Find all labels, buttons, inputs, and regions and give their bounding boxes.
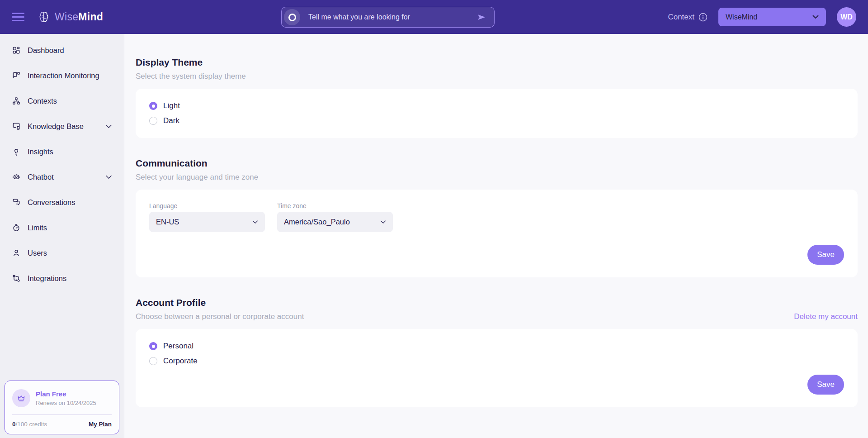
main-content: Preferences Display Theme Select the sys…: [124, 0, 868, 438]
assistant-search-bar[interactable]: [281, 7, 495, 28]
timezone-value: America/Sao_Paulo: [284, 218, 350, 226]
plan-card: Plan Free Renews on 10/24/2025 0/100 cre…: [5, 381, 119, 434]
sidebar-item-chatbot[interactable]: Chatbot: [0, 164, 124, 190]
section-display-theme: Display Theme Select the system display …: [136, 57, 858, 138]
chevron-down-icon: [252, 220, 258, 224]
save-communication-button[interactable]: Save: [807, 245, 844, 265]
communication-card: Language EN-US Time zone America/Sao_Pau…: [136, 190, 858, 277]
integrations-icon: [12, 274, 21, 283]
sidebar-item-label: Limits: [28, 224, 47, 232]
sidebar: Dashboard Interaction Monitoring Context…: [0, 34, 124, 438]
divider: [12, 414, 112, 415]
limits-icon: [12, 223, 21, 232]
sidebar-item-label: Dashboard: [28, 46, 64, 55]
sidebar-item-dashboard[interactable]: Dashboard: [0, 38, 124, 63]
timezone-field: Time zone America/Sao_Paulo: [277, 202, 393, 232]
radio-label: Light: [163, 101, 180, 110]
language-label: Language: [149, 202, 265, 209]
crown-icon: [12, 389, 30, 407]
timezone-select[interactable]: America/Sao_Paulo: [277, 212, 393, 232]
radio-label: Personal: [163, 342, 193, 351]
logo-text-wise: Wise: [55, 11, 78, 23]
radio-label: Corporate: [163, 357, 198, 366]
section-subtitle: Select the system display theme: [136, 72, 858, 81]
radio-selected-icon[interactable]: [149, 342, 157, 350]
sidebar-item-interaction-monitoring[interactable]: Interaction Monitoring: [0, 63, 124, 88]
chevron-down-icon: [380, 220, 386, 224]
radio-unselected-icon[interactable]: [149, 117, 157, 125]
radio-light[interactable]: Light: [149, 101, 844, 110]
sidebar-item-knowledge-base[interactable]: Knowledge Base: [0, 114, 124, 139]
my-plan-link[interactable]: My Plan: [89, 421, 112, 428]
plan-title: Plan Free: [36, 390, 96, 398]
brain-logo-icon: [37, 10, 51, 24]
delete-account-link[interactable]: Delete my account: [794, 312, 858, 321]
sidebar-item-conversations[interactable]: Conversations: [0, 190, 124, 215]
sidebar-item-label: Conversations: [28, 198, 75, 207]
assistant-orb-icon: [284, 9, 300, 25]
sidebar-item-label: Knowledge Base: [28, 122, 84, 131]
context-dropdown[interactable]: WiseMind: [718, 8, 826, 26]
user-avatar[interactable]: WD: [837, 7, 856, 27]
insights-icon: [12, 147, 21, 156]
display-theme-card: Light Dark: [136, 89, 858, 138]
section-communication: Communication Select your language and t…: [136, 158, 858, 277]
sidebar-item-insights[interactable]: Insights: [0, 139, 124, 164]
sidebar-item-label: Users: [28, 249, 47, 257]
interaction-monitoring-icon: [12, 71, 21, 80]
save-account-profile-button[interactable]: Save: [807, 375, 844, 395]
contexts-icon: [12, 96, 21, 105]
section-title: Account Profile: [136, 297, 858, 308]
send-button[interactable]: [476, 12, 487, 22]
dashboard-icon: [12, 46, 21, 55]
radio-unselected-icon[interactable]: [149, 357, 157, 365]
sidebar-item-integrations[interactable]: Integrations: [0, 266, 124, 291]
section-title: Display Theme: [136, 57, 858, 68]
top-bar: WiseMind Context WiseMind WD: [0, 0, 868, 34]
chevron-down-icon: [105, 124, 112, 129]
section-subtitle: Select your language and time zone: [136, 173, 858, 182]
sidebar-item-label: Interaction Monitoring: [28, 71, 99, 80]
info-icon[interactable]: [698, 13, 708, 22]
timezone-label: Time zone: [277, 202, 393, 209]
sidebar-item-label: Chatbot: [28, 173, 54, 181]
plan-credits: 0/100 credits: [12, 421, 47, 428]
users-icon: [12, 248, 21, 257]
section-subtitle: Choose between a personal or corporate a…: [136, 312, 304, 321]
section-title: Communication: [136, 158, 858, 169]
logo-text-mind: Mind: [78, 11, 103, 23]
radio-corporate[interactable]: Corporate: [149, 357, 844, 366]
knowledge-base-icon: [12, 122, 21, 131]
language-field: Language EN-US: [149, 202, 265, 232]
radio-dark[interactable]: Dark: [149, 116, 844, 125]
conversations-icon: [12, 198, 21, 207]
credits-used: 0: [12, 421, 16, 428]
context-dropdown-value: WiseMind: [726, 13, 757, 21]
sidebar-item-label: Contexts: [28, 97, 57, 105]
chatbot-icon: [12, 172, 21, 181]
send-icon: [476, 12, 487, 22]
context-label: Context: [668, 13, 708, 22]
sidebar-item-limits[interactable]: Limits: [0, 215, 124, 240]
sidebar-item-contexts[interactable]: Contexts: [0, 88, 124, 114]
radio-selected-icon[interactable]: [149, 102, 157, 110]
section-account-profile: Account Profile Choose between a persona…: [136, 297, 858, 407]
search-input[interactable]: [307, 13, 469, 22]
chevron-down-icon: [812, 15, 819, 19]
language-select[interactable]: EN-US: [149, 212, 265, 232]
chevron-down-icon: [105, 175, 112, 179]
sidebar-item-label: Insights: [28, 148, 53, 156]
sidebar-item-users[interactable]: Users: [0, 240, 124, 266]
sidebar-item-label: Integrations: [28, 274, 66, 283]
menu-icon[interactable]: [12, 13, 24, 21]
language-value: EN-US: [156, 218, 179, 226]
app-logo: WiseMind: [37, 10, 103, 24]
plan-renewal: Renews on 10/24/2025: [36, 400, 96, 406]
radio-label: Dark: [163, 116, 179, 125]
radio-personal[interactable]: Personal: [149, 342, 844, 351]
account-profile-card: Personal Corporate Save: [136, 329, 858, 407]
credits-rest: /100 credits: [16, 421, 47, 428]
